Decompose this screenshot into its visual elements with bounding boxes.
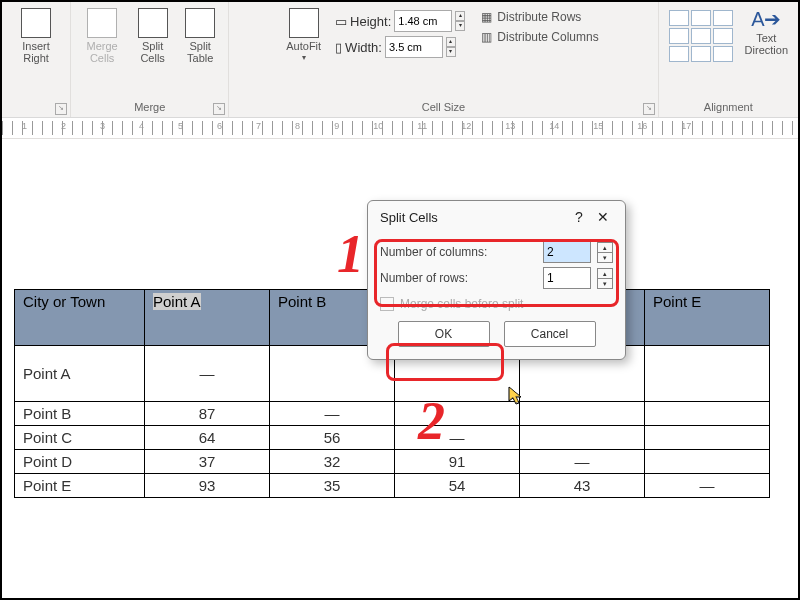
width-spinner[interactable]: ▴▾ (446, 37, 456, 57)
table-cell[interactable]: 56 (270, 426, 395, 450)
distribute-rows-icon: ▦ (481, 10, 492, 24)
table-row[interactable]: Point B87— (15, 402, 770, 426)
table-cell[interactable]: Point B (15, 402, 145, 426)
autofit-icon (289, 8, 319, 38)
ok-button[interactable]: OK (398, 321, 490, 347)
table-cell[interactable]: 35 (270, 474, 395, 498)
distribute-rows-label: Distribute Rows (497, 10, 581, 24)
height-label: Height: (350, 14, 391, 29)
table-cell[interactable] (520, 402, 645, 426)
table-cell[interactable]: 32 (270, 450, 395, 474)
group-label: Merge (77, 101, 222, 115)
width-input[interactable] (385, 36, 443, 58)
num-columns-label: Number of columns: (380, 245, 537, 259)
num-rows-spinner[interactable]: ▴▾ (597, 268, 613, 289)
table-cell[interactable]: 93 (145, 474, 270, 498)
autofit-label: AutoFit (286, 40, 321, 52)
dialog-launcher-icon[interactable]: ↘ (213, 103, 225, 115)
text-direction-button[interactable]: A➔ Text Direction (741, 6, 792, 58)
dialog-title: Split Cells (380, 210, 567, 225)
table-cell[interactable]: Point A (15, 346, 145, 402)
ruler-tick: 10 (373, 121, 383, 131)
table-row[interactable]: Point E93355443— (15, 474, 770, 498)
autofit-button[interactable]: AutoFit ▾ (282, 6, 325, 65)
table-cell[interactable]: — (270, 402, 395, 426)
cancel-label: Cancel (531, 327, 568, 341)
table-header[interactable]: Point A (145, 290, 270, 346)
table-cell[interactable]: Point E (15, 474, 145, 498)
table-cell[interactable]: — (520, 450, 645, 474)
insert-right-icon (21, 8, 51, 38)
distribute-columns-icon: ▥ (481, 30, 492, 44)
distribute-columns-button[interactable]: ▥Distribute Columns (481, 30, 598, 44)
ruler-tick: 8 (295, 121, 300, 131)
group-cell-size: AutoFit ▾ ▭ Height: ▴▾ ▯ Width: ▴▾ ▦Di (229, 2, 658, 117)
table-cell[interactable]: 91 (395, 450, 520, 474)
table-cell[interactable] (645, 402, 770, 426)
insert-right-label: Insert Right (12, 40, 60, 64)
table-cell[interactable] (395, 402, 520, 426)
table-cell[interactable]: Point C (15, 426, 145, 450)
split-table-button[interactable]: Split Table (178, 6, 222, 66)
close-button[interactable]: ✕ (591, 209, 615, 225)
ruler-tick: 12 (461, 121, 471, 131)
merge-cells-label: Merge Cells (81, 40, 123, 64)
table-cell[interactable]: 87 (145, 402, 270, 426)
text-direction-icon: A➔ (751, 8, 781, 30)
merge-before-split-checkbox: Merge cells before split (380, 297, 613, 311)
width-icon: ▯ (335, 40, 342, 55)
checkbox-icon (380, 297, 394, 311)
table-header[interactable]: City or Town (15, 290, 145, 346)
ruler-tick: 15 (593, 121, 603, 131)
table-header[interactable]: Point E (645, 290, 770, 346)
num-rows-input[interactable] (543, 267, 591, 289)
group-merge: Merge Cells Split Cells Split Table Merg… (71, 2, 229, 117)
table-cell[interactable]: Point D (15, 450, 145, 474)
table-cell[interactable] (645, 450, 770, 474)
split-cells-button[interactable]: Split Cells (131, 6, 174, 66)
width-label: Width: (345, 40, 382, 55)
merge-cells-icon (87, 8, 117, 38)
ruler-tick: 11 (417, 121, 427, 131)
table-cell[interactable] (520, 426, 645, 450)
insert-right-button[interactable]: Insert Right (8, 6, 64, 66)
ruler-tick: 6 (217, 121, 222, 131)
merge-cells-button: Merge Cells (77, 6, 127, 66)
ribbon: Insert Right ↘ Merge Cells Split Cells S… (2, 2, 798, 118)
height-spinner[interactable]: ▴▾ (455, 11, 465, 31)
ruler-tick: 13 (505, 121, 515, 131)
distribute-buttons: ▦Distribute Rows ▥Distribute Columns (475, 6, 604, 48)
dialog-launcher-icon[interactable]: ↘ (55, 103, 67, 115)
height-icon: ▭ (335, 14, 347, 29)
num-columns-spinner[interactable]: ▴▾ (597, 242, 613, 263)
table-cell[interactable] (645, 346, 770, 402)
alignment-grid[interactable] (665, 6, 737, 66)
height-input[interactable] (394, 10, 452, 32)
table-cell[interactable]: — (145, 346, 270, 402)
group-label: Alignment (665, 101, 792, 115)
group-label: Cell Size (235, 101, 651, 115)
table-cell[interactable]: 43 (520, 474, 645, 498)
table-cell[interactable] (645, 426, 770, 450)
distribute-rows-button[interactable]: ▦Distribute Rows (481, 10, 598, 24)
ruler-tick: 2 (61, 121, 66, 131)
split-cells-icon (138, 8, 168, 38)
table-cell[interactable]: 64 (145, 426, 270, 450)
ruler-tick: 16 (637, 121, 647, 131)
table-cell[interactable]: — (645, 474, 770, 498)
ruler-tick: 3 (100, 121, 105, 131)
cancel-button[interactable]: Cancel (504, 321, 596, 347)
help-button[interactable]: ? (567, 209, 591, 225)
split-table-icon (185, 8, 215, 38)
ok-label: OK (435, 327, 452, 341)
table-row[interactable]: Point D373291— (15, 450, 770, 474)
dialog-launcher-icon[interactable]: ↘ (643, 103, 655, 115)
table-cell[interactable]: — (395, 426, 520, 450)
group-alignment: A➔ Text Direction Alignment (659, 2, 798, 117)
horizontal-ruler[interactable]: 1234567891011121314151617 (2, 118, 798, 139)
num-columns-input[interactable] (543, 241, 591, 263)
ruler-tick: 9 (334, 121, 339, 131)
table-cell[interactable]: 54 (395, 474, 520, 498)
table-cell[interactable]: 37 (145, 450, 270, 474)
table-row[interactable]: Point C6456— (15, 426, 770, 450)
